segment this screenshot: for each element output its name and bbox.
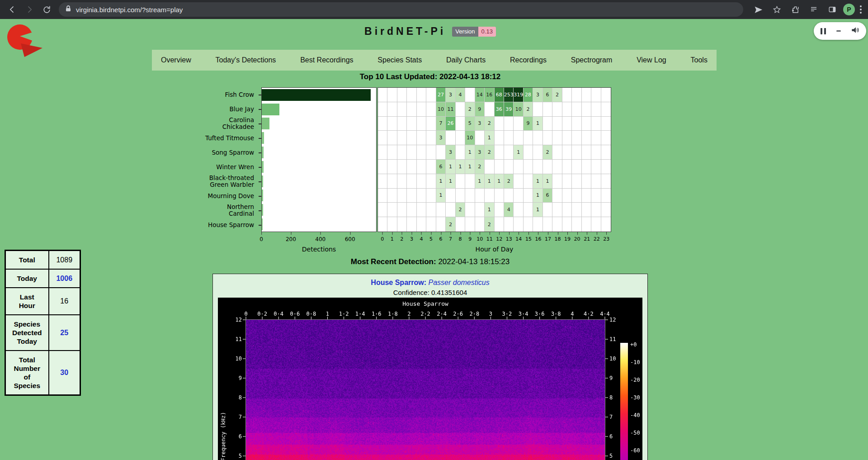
hour-axis-tick: 8 xyxy=(459,236,462,242)
heatmap-cell xyxy=(533,131,542,145)
heatmap-cell xyxy=(387,145,397,159)
heatmap-cell xyxy=(591,160,601,174)
heatmap-cell xyxy=(407,174,416,188)
heatmap-cell: 1 xyxy=(533,117,542,131)
url-text: virginia.birdnetpi.com/?stream=play xyxy=(76,6,183,14)
detections-bar xyxy=(262,104,279,115)
heatmap-cell: 1 xyxy=(485,203,494,217)
url-bar[interactable]: virginia.birdnetpi.com/?stream=play xyxy=(59,2,743,17)
heatmap-cell xyxy=(387,131,397,145)
species-label: Mourning Dove xyxy=(150,189,259,203)
nav-item-view-log[interactable]: View Log xyxy=(637,56,666,64)
heatmap-cell xyxy=(533,160,542,174)
bar-row xyxy=(262,174,376,189)
heatmap-cell xyxy=(572,189,581,203)
heatmap-cell xyxy=(407,88,416,102)
heatmap-panel: 2734141668253319283621011293639102726532… xyxy=(377,87,611,232)
hour-axis-tick: 21 xyxy=(584,236,590,242)
heatmap-cell: 2 xyxy=(465,102,475,116)
heatmap-row: 72653291 xyxy=(378,117,611,131)
forward-icon[interactable] xyxy=(22,2,37,17)
heatmap-cell xyxy=(582,217,591,232)
heatmap-cell xyxy=(552,117,562,131)
heatmap-cell xyxy=(582,145,591,159)
heatmap-cell xyxy=(426,117,436,131)
reload-icon[interactable] xyxy=(39,2,54,17)
heatmap-cell xyxy=(407,189,416,203)
hour-axis-tick: 1 xyxy=(391,236,394,242)
bookmark-star-icon[interactable] xyxy=(769,2,784,17)
heatmap-cell xyxy=(456,189,465,203)
heatmap-cell: 2 xyxy=(485,117,494,131)
hour-axis-tick: 14 xyxy=(515,236,522,242)
bar-row xyxy=(262,131,376,145)
heatmap-cell xyxy=(456,145,465,159)
profile-avatar[interactable]: P xyxy=(843,4,855,15)
send-icon[interactable] xyxy=(750,2,766,17)
heatmap-cell xyxy=(524,189,533,203)
nav-item-daily-charts[interactable]: Daily Charts xyxy=(446,56,486,64)
nav-item-overview[interactable]: Overview xyxy=(161,56,191,64)
hour-axis-label: Hour of Day xyxy=(377,246,611,253)
nav-item-tools[interactable]: Tools xyxy=(691,56,708,64)
heatmap-cell xyxy=(524,203,533,217)
stats-value[interactable]: 25 xyxy=(49,315,80,351)
stats-value[interactable]: 30 xyxy=(49,351,80,395)
heatmap-cell xyxy=(514,160,523,174)
nav-item-recordings[interactable]: Recordings xyxy=(510,56,547,64)
heatmap-cell xyxy=(591,217,601,232)
heatmap-cell xyxy=(582,102,591,116)
pause-icon[interactable] xyxy=(821,28,826,34)
heatmap-cell xyxy=(552,145,562,159)
menu-kebab-icon[interactable] xyxy=(858,4,863,15)
nav-item-today-s-detections[interactable]: Today's Detections xyxy=(216,56,276,64)
heatmap-cell xyxy=(591,174,601,188)
nav-item-species-stats[interactable]: Species Stats xyxy=(377,56,422,64)
back-icon[interactable] xyxy=(5,2,20,17)
reading-list-icon[interactable] xyxy=(806,2,821,17)
heatmap-cell: 1 xyxy=(436,189,446,203)
audio-player[interactable] xyxy=(814,22,866,40)
heatmap-cell xyxy=(572,131,581,145)
bar-row xyxy=(262,88,376,102)
heatmap-cell xyxy=(387,189,397,203)
side-panel-icon[interactable] xyxy=(825,2,840,17)
heatmap-cell xyxy=(475,189,485,203)
heatmap-cell xyxy=(582,88,591,102)
app-title: BirdNET-Pi xyxy=(364,25,446,38)
speaker-icon[interactable] xyxy=(851,26,859,36)
stats-value[interactable]: 1006 xyxy=(49,269,80,288)
heatmap-cell xyxy=(465,217,475,232)
nav-item-spectrogram[interactable]: Spectrogram xyxy=(571,56,613,64)
heatmap-cell: 2 xyxy=(552,88,562,102)
extensions-icon[interactable] xyxy=(788,2,803,17)
species-label: Carolina Chickadee xyxy=(150,116,259,131)
heatmap-cell xyxy=(426,217,436,232)
hour-axis-tick: 20 xyxy=(574,236,580,242)
heatmap-cell xyxy=(397,217,407,232)
heatmap-cell xyxy=(552,160,562,174)
hour-axis-tick: 10 xyxy=(476,236,483,242)
species-link[interactable]: House Sparrow: xyxy=(371,279,426,286)
scientific-name-link[interactable]: Passer domesticus xyxy=(428,279,489,286)
heatmap-cell xyxy=(456,217,465,232)
heatmap-cell xyxy=(572,160,581,174)
heatmap-cell xyxy=(426,174,436,188)
heatmap-cell xyxy=(582,131,591,145)
heatmap-cell: 26 xyxy=(446,117,455,131)
detections-axis-label: Detections xyxy=(261,246,377,253)
nav-item-best-recordings[interactable]: Best Recordings xyxy=(300,56,353,64)
browser-chrome: virginia.birdnetpi.com/?stream=play P xyxy=(0,0,868,19)
heatmap-cell xyxy=(562,189,572,203)
heatmap-cell xyxy=(601,131,611,145)
heatmap-cell: 2 xyxy=(475,160,485,174)
heatmap-cell xyxy=(378,102,387,116)
heatmap-cell xyxy=(572,203,581,217)
heatmap-cell xyxy=(426,102,436,116)
padlock-icon[interactable] xyxy=(65,5,71,14)
heatmap-cell: 36 xyxy=(495,102,504,116)
heatmap-cell: 3 xyxy=(446,145,455,159)
species-label: Tufted Titmouse xyxy=(150,131,259,145)
seek-dash-icon[interactable] xyxy=(836,30,841,32)
heatmap-cell xyxy=(456,102,465,116)
